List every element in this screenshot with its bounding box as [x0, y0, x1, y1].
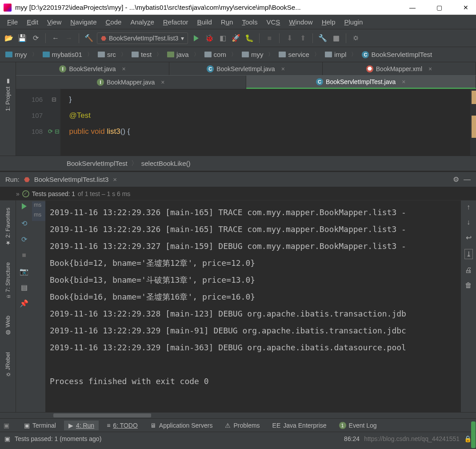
tab-project[interactable]: 1: Project ▮ — [4, 76, 11, 114]
horizontal-scrollbar[interactable] — [0, 412, 476, 418]
stop-icon[interactable]: ■ — [22, 251, 26, 261]
close-icon[interactable]: × — [113, 176, 117, 183]
crumb-service[interactable]: service — [277, 51, 323, 58]
up-icon[interactable]: ↑ — [467, 203, 470, 211]
jrebel-run-icon[interactable]: 🚀 — [231, 33, 241, 44]
run-tab-label[interactable]: BookServletImplTest.list3 — [34, 176, 109, 183]
jrebel-debug-icon[interactable]: 🐛 — [244, 33, 255, 44]
menu-refactor[interactable]: Refactor — [159, 17, 193, 27]
close-icon[interactable]: × — [281, 65, 285, 72]
run-config-selector[interactable]: ⬣ BookServletImplTest.list3 ▾ — [97, 32, 188, 44]
menu-file[interactable]: File — [3, 17, 22, 27]
wrench-icon[interactable]: 🔧 — [317, 33, 328, 44]
crumb-module[interactable]: mybatis01 — [41, 51, 96, 58]
save-icon[interactable]: 💾 — [17, 33, 28, 44]
dump-icon[interactable]: 📷 — [20, 267, 28, 277]
sync-icon[interactable]: ⟳ — [30, 33, 41, 44]
tab-java-ee[interactable]: EE Java Enterprise — [268, 421, 331, 430]
crumb-src[interactable]: src — [96, 51, 130, 58]
tab-todo[interactable]: ≡ 6: TODO — [102, 421, 142, 430]
status-icon[interactable]: ▣ — [4, 435, 10, 442]
run-button[interactable] — [191, 33, 201, 44]
menu-plugin[interactable]: Plugin — [340, 17, 368, 27]
close-icon[interactable]: × — [428, 65, 432, 72]
close-icon[interactable]: × — [122, 65, 125, 72]
hammer-icon[interactable]: 🔨 — [84, 33, 94, 44]
menu-view[interactable]: View — [43, 17, 66, 27]
tool-window-icon[interactable]: ▣ — [4, 422, 16, 429]
minimize-icon[interactable]: — — [464, 176, 471, 184]
menu-navigate[interactable]: Navigate — [66, 17, 101, 27]
open-icon[interactable]: 📂 — [4, 33, 14, 44]
vcs-icon2[interactable]: ⬆ — [297, 33, 308, 44]
caret-position[interactable]: 86:24 — [344, 435, 360, 442]
fold-gutter[interactable]: ⊟ ⟳ ⊟ — [47, 89, 60, 156]
console-output[interactable]: 2019-11-16 13:22:29.326 [main-165] TRACE… — [45, 200, 461, 412]
crumb-impl[interactable]: impl — [323, 51, 360, 58]
minimize-button[interactable]: — — [406, 4, 419, 11]
structure-icon[interactable]: ▦ — [331, 33, 341, 44]
tab-jrebel[interactable]: ⛭ JRebel — [4, 349, 11, 380]
stop-icon[interactable]: ■ — [264, 33, 275, 44]
crumb-method[interactable]: selectBookLike() — [141, 160, 191, 167]
menu-build[interactable]: Build — [192, 17, 216, 27]
close-button[interactable]: ✕ — [459, 4, 472, 11]
crumb-myy[interactable]: myy — [240, 51, 277, 58]
menu-edit[interactable]: Edit — [22, 17, 43, 27]
fold-icon[interactable]: ⊟ — [47, 92, 60, 108]
debug-icon[interactable]: 🐞 — [204, 33, 215, 44]
layout-icon[interactable]: ▤ — [21, 283, 28, 293]
menu-vcs[interactable]: VCS — [262, 17, 284, 27]
rerun-icon[interactable] — [22, 203, 27, 213]
tab-app-servers[interactable]: 🖥 Application Servers — [146, 421, 217, 430]
tab-terminal[interactable]: ▣ Terminal — [20, 421, 60, 430]
code-editor[interactable]: 106107108 ⊟ ⟳ ⊟ } @Test public void list… — [16, 89, 476, 156]
gear-icon[interactable]: ⚙ — [453, 175, 459, 184]
run-gutter-icon[interactable]: ⟳ ⊟ — [47, 124, 60, 140]
down-icon[interactable]: ↓ — [467, 218, 470, 226]
menu-analyze[interactable]: Analyze — [126, 17, 158, 27]
clear-icon[interactable]: 🗑 — [465, 281, 472, 289]
tab-bookmapper-java[interactable]: IBookMapper.java× — [16, 76, 246, 89]
maximize-button[interactable]: ▢ — [432, 4, 446, 11]
tab-run[interactable]: ▶ 4: Run — [64, 421, 99, 430]
rerun-failed-icon[interactable]: ⟳ — [21, 235, 27, 245]
vertical-scroll-thumb[interactable] — [471, 421, 476, 448]
menu-tools[interactable]: Tools — [237, 17, 262, 27]
forward-icon[interactable]: → — [64, 33, 74, 44]
crumb-com[interactable]: com — [203, 51, 240, 58]
menu-help[interactable]: Help — [317, 17, 340, 27]
expand-icon[interactable]: » — [16, 190, 20, 197]
print-icon[interactable]: 🖨 — [465, 266, 472, 274]
tab-web[interactable]: ◍ Web — [4, 313, 11, 339]
crumb-java[interactable]: java — [165, 51, 203, 58]
pin-icon[interactable]: 📌 — [20, 299, 28, 309]
tab-bookservlet[interactable]: IBookServlet.java× — [16, 62, 169, 75]
jrebel-icon[interactable]: ⛭ — [351, 33, 361, 44]
tab-bookservletimpltest[interactable]: CBookServletImplTest.java× — [246, 76, 476, 89]
encoding-label[interactable]: 🔒 — [464, 435, 472, 442]
back-icon[interactable]: ← — [50, 33, 61, 44]
soft-wrap-icon[interactable]: ↩ — [466, 233, 472, 242]
crumb-root[interactable]: myy — [4, 51, 41, 58]
menu-window[interactable]: Window — [284, 17, 317, 27]
code-content[interactable]: } @Test public void list3() { — [60, 89, 470, 156]
tab-event-log[interactable]: 1 Event Log — [335, 421, 381, 430]
tab-problems[interactable]: ⚠ Problems — [220, 421, 264, 430]
error-stripe[interactable] — [470, 89, 476, 156]
coverage-icon[interactable]: ◧ — [217, 33, 228, 44]
tab-bookmapper-xml[interactable]: ⬣BookMapper.xml× — [323, 62, 476, 75]
tab-bookservletimpl[interactable]: CBookServletImpl.java× — [169, 62, 323, 75]
tab-structure[interactable]: ⎄ 7: Structure — [4, 260, 11, 302]
vcs-icon[interactable]: ⬇ — [284, 33, 295, 44]
close-icon[interactable]: × — [161, 79, 164, 86]
toggle-icon[interactable]: ⟲ — [21, 219, 27, 229]
menu-run[interactable]: Run — [216, 17, 238, 27]
crumb-class[interactable]: BookServletImplTest — [67, 160, 128, 167]
crumb-class[interactable]: CBookServletImplTest — [360, 51, 440, 58]
close-icon[interactable]: × — [402, 78, 405, 85]
menu-code[interactable]: Code — [101, 17, 126, 27]
scroll-end-icon[interactable]: ⤓ — [464, 249, 473, 259]
crumb-test[interactable]: test — [130, 51, 165, 58]
tab-favorites[interactable]: ★ 2: Favorites — [4, 205, 11, 249]
